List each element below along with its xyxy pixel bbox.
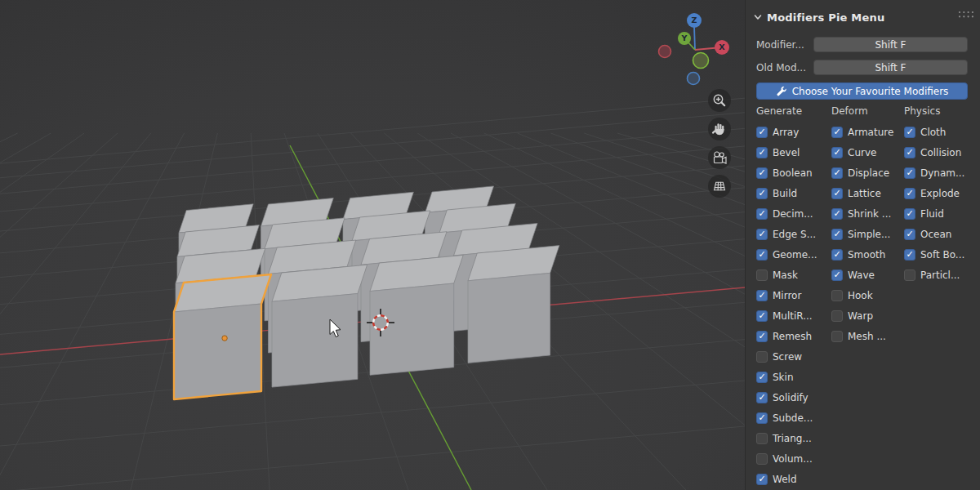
cube[interactable]	[370, 255, 463, 375]
column-generate: ✓Array✓Bevel✓Boolean✓Build✓Decim...✓Edge…	[756, 122, 817, 489]
modifier-checkbox-remesh[interactable]: ✓	[756, 331, 768, 342]
modifier-checkbox-multir[interactable]: ✓	[756, 310, 768, 322]
modifier-checkbox-boolean[interactable]: ✓	[756, 167, 768, 179]
cube-selected[interactable]	[174, 274, 271, 399]
modifier-checkbox-soft-bo[interactable]: ✓	[904, 249, 915, 261]
modifier-row: ✓Cloth	[904, 122, 964, 142]
cube[interactable]	[468, 246, 559, 363]
viewport-canvas: ZYX	[0, 0, 745, 490]
modifier-checkbox-mask[interactable]	[756, 270, 768, 281]
modifier-checkbox-label: Explode	[920, 188, 960, 199]
column-physics: ✓Cloth✓Collision✓Dynam...✓Explode✓Fluid✓…	[904, 122, 964, 285]
modifier-row: ✓Curve	[831, 142, 893, 163]
modifier-row: ✓Decim...	[756, 203, 817, 224]
camera-icon[interactable]	[708, 146, 731, 169]
modifier-checkbox-label: Collision	[920, 147, 961, 158]
modifier-checkbox-geome[interactable]: ✓	[756, 249, 768, 261]
cube[interactable]	[272, 265, 368, 387]
modifier-row: ✓Ocean	[904, 224, 964, 244]
modifier-row: ✓Dynam...	[904, 163, 964, 183]
gizmo-neg-x-ball[interactable]	[659, 46, 671, 58]
hotkey-label: Modifier...	[756, 39, 813, 51]
modifier-checkbox-label: MultiR...	[773, 310, 813, 322]
modifier-checkbox-label: Build	[773, 188, 797, 199]
modifier-checkbox-skin[interactable]: ✓	[756, 372, 768, 383]
modifier-row: Triang...	[756, 428, 817, 448]
modifier-checkbox-label: Dynam...	[920, 167, 964, 179]
modifier-checkbox-weld[interactable]: ✓	[756, 474, 768, 485]
modifier-checkbox-wave[interactable]: ✓	[831, 270, 843, 281]
modifier-checkbox-label: Shrink ...	[848, 208, 891, 220]
modifier-checkbox-simple[interactable]: ✓	[831, 229, 843, 240]
choose-favourite-modifiers-button[interactable]: Choose Your Favourite Modifiers	[756, 82, 968, 100]
zoom-icon[interactable]	[708, 89, 731, 112]
modifier-row: ✓Displace	[831, 163, 893, 183]
panel-header[interactable]: Modifiers Pie Menu	[752, 8, 973, 26]
modifier-checkbox-subde[interactable]: ✓	[756, 412, 768, 424]
object-origin-dot	[222, 336, 227, 341]
hand-icon[interactable]	[708, 118, 731, 140]
gizmo-neg-y-ball[interactable]	[693, 53, 709, 69]
modifier-checkbox-label: Fluid	[920, 208, 944, 220]
modifier-checkbox-collision[interactable]: ✓	[904, 147, 915, 158]
modifier-checkbox-lattice[interactable]: ✓	[831, 188, 843, 199]
chevron-down-icon[interactable]	[752, 11, 764, 23]
modifier-row: ✓Subde...	[756, 408, 817, 428]
modifier-checkbox-warp[interactable]	[831, 310, 843, 322]
gizmo-z-ball[interactable]: Z	[687, 13, 702, 28]
hotkey-label: Old Mod...	[756, 62, 813, 74]
modifier-checkbox-solidify[interactable]: ✓	[756, 392, 768, 403]
modifier-row: ✓Weld	[756, 469, 817, 489]
modifier-checkbox-edge-s[interactable]: ✓	[756, 229, 768, 240]
modifier-row: ✓Skin	[756, 367, 817, 387]
svg-text:Y: Y	[681, 33, 688, 42]
modifier-checkbox-smooth[interactable]: ✓	[831, 249, 843, 261]
gizmo-y-ball[interactable]: Y	[678, 32, 691, 45]
modifier-checkbox-label: Subde...	[773, 412, 813, 424]
modifier-checkbox-label: Soft Bo...	[920, 249, 964, 261]
modifier-checkbox-triang[interactable]	[756, 433, 768, 444]
modifier-checkbox-bevel[interactable]: ✓	[756, 147, 768, 158]
ortho-grid-icon[interactable]	[708, 175, 731, 198]
modifier-checkbox-array[interactable]: ✓	[756, 127, 768, 138]
modifier-checkbox-decim[interactable]: ✓	[756, 208, 768, 220]
modifier-checkbox-label: Volum...	[773, 453, 813, 465]
modifier-checkbox-cloth[interactable]: ✓	[904, 127, 915, 138]
modifier-row: Hook	[831, 285, 893, 305]
modifier-row: Mesh ...	[831, 326, 893, 346]
panel-drag-handle-icon[interactable]	[957, 10, 975, 20]
modifier-checkbox-volum[interactable]	[756, 453, 768, 465]
modifier-checkbox-label: Bevel	[773, 147, 800, 158]
modifier-checkbox-shrink[interactable]: ✓	[831, 208, 843, 220]
modifier-checkbox-fluid[interactable]: ✓	[904, 208, 915, 220]
hotkey-button[interactable]: Shift F	[813, 60, 968, 75]
modifier-checkbox-explode[interactable]: ✓	[904, 188, 915, 199]
modifier-checkbox-label: Mirror	[773, 290, 801, 301]
modifier-checkbox-mesh[interactable]	[831, 331, 843, 342]
modifier-checkbox-hook[interactable]	[831, 290, 843, 301]
modifier-checkbox-screw[interactable]	[756, 351, 768, 363]
modifier-checkbox-label: Lattice	[848, 188, 881, 199]
modifier-row: ✓Solidify	[756, 387, 817, 408]
modifier-row: ✓Smooth	[831, 244, 893, 265]
3d-viewport[interactable]: ZYX	[0, 0, 745, 490]
modifier-checkbox-label: Boolean	[773, 167, 813, 179]
modifier-checkbox-curve[interactable]: ✓	[831, 147, 843, 158]
modifier-checkbox-armature[interactable]: ✓	[831, 127, 843, 138]
modifier-checkbox-particl[interactable]	[904, 270, 915, 281]
modifier-checkbox-ocean[interactable]: ✓	[904, 229, 915, 240]
modifier-checkbox-label: Simple...	[848, 229, 890, 240]
modifier-row: Particl...	[904, 265, 964, 285]
hotkey-button[interactable]: Shift F	[813, 37, 968, 52]
gizmo-neg-z-ball[interactable]	[688, 73, 700, 85]
modifier-checkbox-label: Edge S...	[773, 229, 816, 240]
modifier-checkbox-label: Mask	[773, 270, 798, 281]
modifier-checkbox-displace[interactable]: ✓	[831, 167, 843, 179]
modifier-checkbox-build[interactable]: ✓	[756, 188, 768, 199]
modifier-checkbox-label: Particl...	[920, 270, 960, 281]
modifier-checkbox-dynam[interactable]: ✓	[904, 167, 915, 179]
modifier-row: Warp	[831, 305, 893, 326]
modifier-checkbox-mirror[interactable]: ✓	[756, 290, 768, 301]
modifier-checkbox-label: Weld	[773, 474, 797, 485]
gizmo-x-ball[interactable]: X	[715, 40, 729, 55]
